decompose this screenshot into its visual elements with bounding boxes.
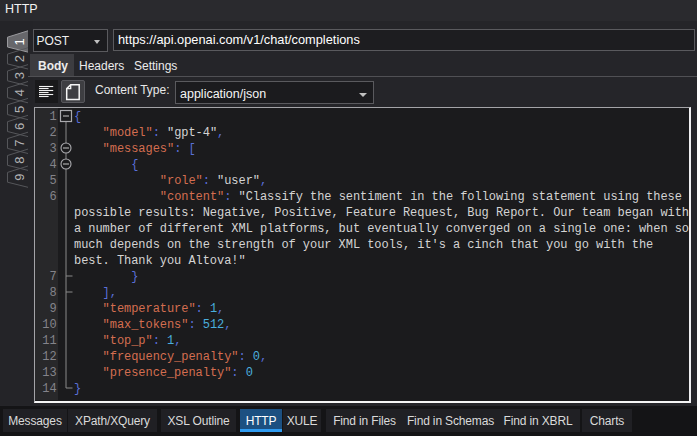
svg-text:4: 4: [12, 89, 27, 96]
svg-text:6: 6: [12, 123, 27, 130]
svg-text:2: 2: [12, 55, 27, 62]
svg-text:3: 3: [12, 72, 27, 79]
svg-text:1: 1: [12, 38, 27, 45]
svg-text:7: 7: [12, 140, 27, 147]
svg-text:9: 9: [12, 173, 27, 180]
svg-text:5: 5: [12, 106, 27, 113]
svg-text:8: 8: [12, 156, 27, 163]
